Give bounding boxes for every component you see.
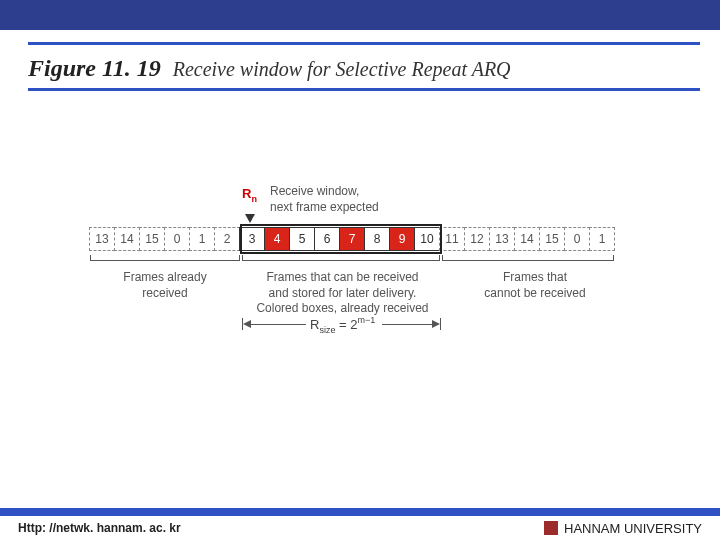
dim-line-right	[382, 324, 434, 325]
rsize-r: R	[310, 317, 319, 332]
sequence-cell: 14	[514, 227, 540, 251]
rsize-eq: = 2	[335, 317, 357, 332]
sequence-cell: 5	[289, 227, 315, 251]
sequence-cell: 10	[414, 227, 440, 251]
sequence-cell: 6	[314, 227, 340, 251]
rsize-exp: m−1	[357, 315, 375, 325]
dim-arrow-right-icon	[432, 320, 440, 328]
dim-arrow-left-icon	[243, 320, 251, 328]
university-name: HANNAM UNIVERSITY	[564, 521, 702, 536]
receive-window-label: Receive window, next frame expected	[270, 184, 379, 215]
sequence-cell: 2	[214, 227, 240, 251]
frames-window-label: Frames that can be received and stored f…	[240, 270, 445, 317]
bracket-mid	[242, 260, 440, 266]
sequence-cell: 12	[464, 227, 490, 251]
sequence-cell: 11	[439, 227, 465, 251]
bottombar: Http: //netwk. hannam. ac. kr HANNAM UNI…	[0, 508, 720, 540]
sequence-cell: 3	[239, 227, 265, 251]
sequence-cell: 4	[264, 227, 290, 251]
university-logo-icon	[544, 521, 558, 535]
divider-bottom	[28, 88, 700, 91]
topbar	[0, 0, 720, 30]
sequence-cell: 0	[564, 227, 590, 251]
sequence-cell: 1	[189, 227, 215, 251]
footer-university: HANNAM UNIVERSITY	[544, 521, 702, 536]
footer-url: Http: //netwk. hannam. ac. kr	[18, 521, 181, 535]
footer: Http: //netwk. hannam. ac. kr HANNAM UNI…	[0, 516, 720, 540]
frames-already-received-label: Frames already received	[100, 270, 230, 301]
figure-number: Figure 11. 19	[28, 55, 161, 82]
dim-line-left	[251, 324, 306, 325]
sequence-cell: 13	[89, 227, 115, 251]
sequence-cell: 15	[539, 227, 565, 251]
sequence-cell: 8	[364, 227, 390, 251]
sequence-cell: 7	[339, 227, 365, 251]
header-area: Figure 11. 19 Receive window for Selecti…	[0, 30, 720, 91]
rsize-formula: Rsize = 2m−1	[310, 317, 375, 335]
rn-sub: n	[251, 194, 257, 204]
dim-tick-right	[440, 318, 441, 330]
sequence-cell: 9	[389, 227, 415, 251]
bottom-divider	[0, 508, 720, 516]
sequence-cell: 15	[139, 227, 165, 251]
sequence-cell: 14	[114, 227, 140, 251]
sequence-cell: 1	[589, 227, 615, 251]
frames-cannot-label: Frames that cannot be received	[460, 270, 610, 301]
bracket-left	[90, 260, 240, 266]
sequence-cell: 0	[164, 227, 190, 251]
divider-top	[28, 42, 700, 45]
rsize-sub: size	[319, 325, 335, 335]
sequence-cell: 13	[489, 227, 515, 251]
cells-row: 131415012345678910111213141501	[90, 227, 615, 251]
rn-arrow-icon	[245, 214, 255, 223]
rn-pointer-label: Rn	[242, 186, 257, 204]
rn-letter: R	[242, 186, 251, 201]
figure-title: Receive window for Selective Repeat ARQ	[173, 58, 511, 81]
bracket-right	[442, 260, 614, 266]
figure-heading: Figure 11. 19 Receive window for Selecti…	[28, 55, 700, 82]
